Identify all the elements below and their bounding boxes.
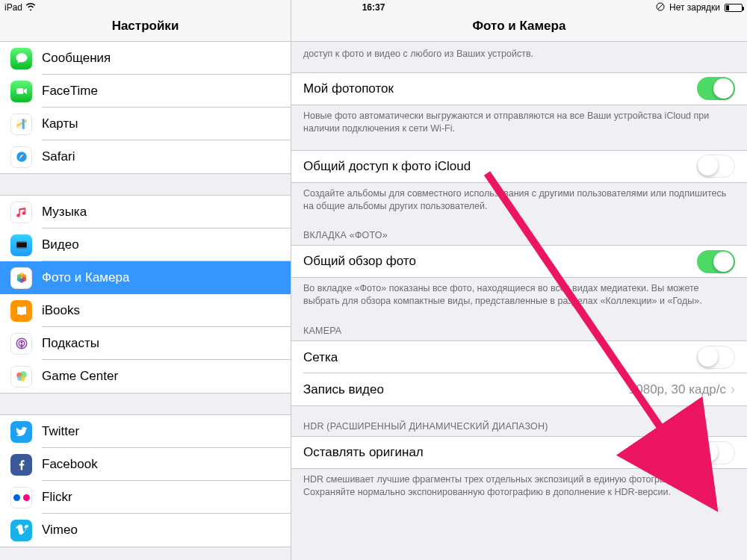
sidebar-item-twitter[interactable]: Twitter — [0, 415, 291, 448]
not-charging-icon — [656, 2, 665, 13]
wifi-icon — [25, 2, 36, 13]
gamecenter-icon — [10, 366, 32, 388]
detail-title: Фото и Камера — [473, 19, 566, 34]
sidebar-item-label: Facebook — [42, 457, 98, 472]
settings-sidebar: Настройки Сообщения FaceTime — [0, 0, 291, 560]
detail-scroll[interactable]: доступ к фото и видео с любого из Ваших … — [291, 42, 747, 560]
sidebar-item-facetime[interactable]: FaceTime — [0, 75, 291, 108]
sidebar-scroll[interactable]: Сообщения FaceTime Карты — [0, 42, 291, 560]
sidebar-item-podcasts[interactable]: Подкасты — [0, 327, 291, 360]
cell-label: Мой фотопоток — [303, 81, 697, 96]
sidebar-item-label: Flickr — [42, 490, 72, 505]
messages-icon — [10, 48, 32, 69]
cell-photostream[interactable]: Мой фотопоток — [291, 72, 747, 105]
sidebar-item-maps[interactable]: Карты — [0, 108, 291, 140]
twitter-icon — [10, 421, 32, 443]
sidebar-item-safari[interactable]: Safari — [0, 140, 291, 173]
sidebar-item-messages[interactable]: Сообщения — [0, 42, 291, 75]
switch-photostream[interactable] — [697, 77, 735, 100]
sidebar-item-label: Twitter — [42, 424, 79, 439]
footer-photostream: Новые фото автоматически выгружаются и о… — [291, 105, 747, 138]
charging-text: Нет зарядки — [669, 2, 720, 13]
sidebar-item-photos[interactable]: Фото и Камера — [0, 261, 291, 294]
facetime-icon — [10, 81, 32, 102]
sidebar-item-label: iBooks — [42, 303, 80, 318]
switch-summary[interactable] — [697, 250, 735, 273]
safari-icon — [10, 146, 32, 168]
cell-label: Общий доступ к фото iCloud — [303, 159, 697, 174]
status-bar: iPad 16:37 Нет зарядки — [0, 0, 747, 15]
footer-sharing: Создайте альбомы для совместного использ… — [291, 183, 747, 216]
header-photos-tab: ВКЛАДКА «ФОТО» — [291, 215, 747, 245]
cell-label: Общий обзор фото — [303, 254, 697, 269]
svg-rect-2 — [16, 88, 23, 94]
cell-icloud-sharing[interactable]: Общий доступ к фото iCloud — [291, 150, 747, 183]
cell-grid[interactable]: Сетка — [291, 340, 747, 373]
podcasts-icon — [10, 333, 32, 355]
sidebar-item-label: Подкасты — [42, 336, 99, 351]
svg-rect-5 — [16, 242, 27, 243]
switch-keep-original[interactable] — [697, 441, 735, 464]
chevron-right-icon: › — [731, 382, 735, 397]
sidebar-item-label: Safari — [42, 149, 75, 164]
partial-footer-top: доступ к фото и видео с любого из Ваших … — [291, 42, 747, 63]
sidebar-item-label: Карты — [42, 116, 78, 131]
sidebar-item-label: FaceTime — [42, 84, 98, 99]
detail-pane: Фото и Камера доступ к фото и видео с лю… — [291, 0, 747, 560]
sidebar-item-vimeo[interactable]: Vimeo — [0, 514, 291, 547]
sidebar-item-facebook[interactable]: Facebook — [0, 448, 291, 481]
sidebar-item-label: Видео — [42, 237, 79, 252]
cell-record-video[interactable]: Запись видео 1080p, 30 кадр/с › — [291, 373, 747, 406]
sidebar-item-flickr[interactable]: Flickr — [0, 481, 291, 514]
flickr-icon — [10, 487, 32, 508]
sidebar-item-label: Vimeo — [42, 523, 78, 538]
clock: 16:37 — [362, 2, 385, 13]
cell-label: Оставлять оригинал — [303, 445, 697, 460]
video-icon — [10, 234, 32, 256]
header-hdr: HDR (РАСШИРЕННЫЙ ДИНАМИЧЕСКИЙ ДИАПАЗОН) — [291, 406, 747, 436]
sidebar-item-music[interactable]: Музыка — [0, 196, 291, 228]
sidebar-item-label: Сообщения — [42, 51, 111, 66]
device-label: iPad — [4, 2, 22, 13]
cell-keep-original[interactable]: Оставлять оригинал — [291, 436, 747, 469]
cell-value: 1080p, 30 кадр/с — [629, 382, 726, 397]
footer-hdr: HDR смешивает лучшие фрагменты трех отде… — [291, 469, 747, 502]
sidebar-item-gamecenter[interactable]: Game Center — [0, 360, 291, 393]
sidebar-item-label: Фото и Камера — [42, 270, 129, 285]
switch-grid[interactable] — [697, 346, 735, 369]
header-camera: КАМЕРА — [291, 311, 747, 340]
facebook-icon — [10, 454, 32, 476]
sidebar-title: Настройки — [112, 19, 179, 34]
switch-icloud-sharing[interactable] — [697, 155, 735, 178]
cell-label: Запись видео — [303, 382, 629, 397]
svg-rect-6 — [16, 247, 27, 249]
vimeo-icon — [10, 520, 32, 541]
svg-point-15 — [20, 341, 22, 343]
battery-icon — [725, 4, 743, 12]
svg-line-1 — [658, 4, 663, 9]
photos-icon — [10, 267, 32, 289]
maps-icon — [10, 113, 32, 135]
cell-label: Сетка — [303, 350, 697, 365]
music-icon — [10, 202, 32, 223]
svg-point-19 — [17, 376, 22, 381]
footer-tab: Во вкладке «Фото» показаны все фото, нах… — [291, 278, 747, 311]
sidebar-item-label: Музыка — [42, 205, 87, 220]
sidebar-item-video[interactable]: Видео — [0, 228, 291, 261]
ibooks-icon — [10, 300, 32, 322]
svg-point-12 — [16, 274, 21, 279]
cell-summary[interactable]: Общий обзор фото — [291, 245, 747, 278]
sidebar-item-ibooks[interactable]: iBooks — [0, 294, 291, 327]
sidebar-item-label: Game Center — [42, 369, 118, 384]
